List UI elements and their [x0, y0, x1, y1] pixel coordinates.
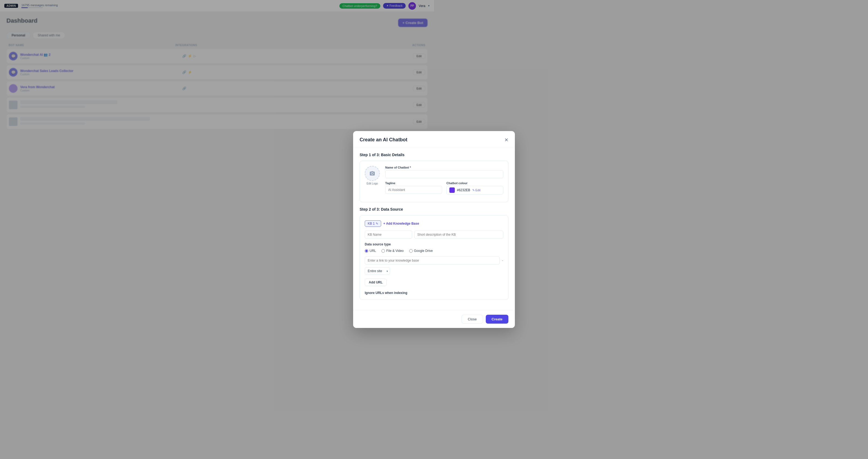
tagline-field: Tagline — [385, 182, 434, 197]
modal-title: Create an AI Chatbot — [360, 137, 407, 143]
modal-overlay[interactable]: Create an AI Chatbot ✕ Step 1 of 3: Basi… — [0, 0, 434, 230]
chatbot-name-input[interactable] — [385, 170, 434, 178]
two-col-fields: Tagline Chatbot colour #6232EB ✎ — [385, 182, 434, 197]
name-label: Name of Chatbot * — [385, 166, 434, 169]
chatbot-form-fields: Name of Chatbot * Tagline Chatbot colour — [385, 166, 434, 197]
logo-circle[interactable] — [365, 166, 380, 181]
edit-logo-label: Edit Logo — [367, 182, 378, 185]
step1-section: Edit Logo Name of Chatbot * Tagline Chat… — [360, 161, 434, 202]
modal-body: Step 1 of 3: Basic Details Edit Logo Nam… — [353, 147, 434, 230]
tagline-label: Tagline — [385, 182, 434, 185]
logo-section: Edit Logo Name of Chatbot * Tagline Chat… — [365, 166, 434, 197]
step2-section: KB 1 ✎ + Add Knowledge Base Data source … — [360, 215, 434, 230]
logo-upload: Edit Logo — [365, 166, 380, 185]
modal-header: Create an AI Chatbot ✕ — [353, 131, 434, 147]
tagline-input[interactable] — [385, 186, 434, 194]
kb-edit-icon: ✎ — [376, 222, 378, 225]
create-chatbot-modal: Create an AI Chatbot ✕ Step 1 of 3: Basi… — [353, 131, 434, 230]
camera-icon — [369, 171, 375, 176]
add-kb-button[interactable]: + Add Knowledge Base — [383, 222, 419, 225]
step2-title: Step 2 of 3: Data Source — [360, 207, 434, 211]
kb-tab-1-label: KB 1 — [368, 222, 375, 225]
step1-title: Step 1 of 3: Basic Details — [360, 153, 434, 157]
kb-tab-1[interactable]: KB 1 ✎ — [365, 220, 381, 227]
kb-tabs: KB 1 ✎ + Add Knowledge Base — [365, 220, 434, 227]
